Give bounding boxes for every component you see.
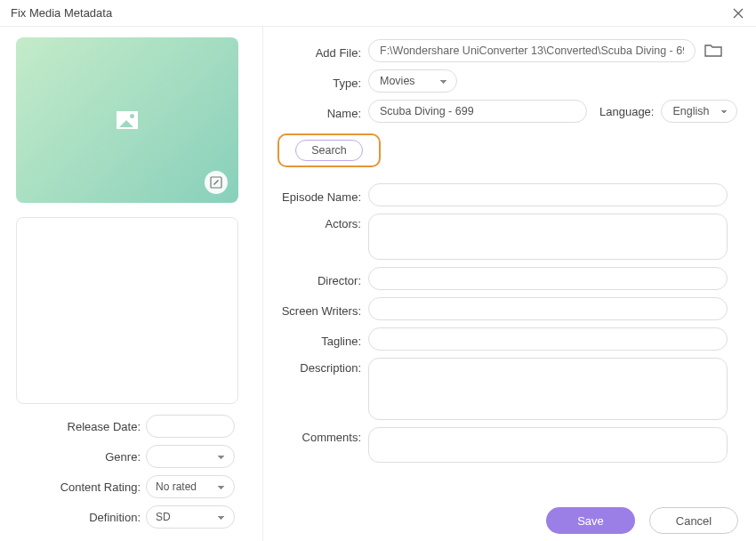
image-placeholder-icon	[117, 111, 138, 129]
comments-input[interactable]	[368, 427, 728, 463]
description-input[interactable]	[368, 358, 728, 420]
name-input[interactable]	[368, 100, 587, 123]
save-button[interactable]: Save	[546, 507, 635, 534]
description-label: Description:	[270, 358, 368, 375]
content-rating-label: Content Rating:	[16, 480, 146, 494]
language-label: Language:	[599, 105, 654, 118]
screen-writers-input[interactable]	[368, 297, 728, 320]
search-highlight: Search	[277, 133, 381, 167]
left-pane: Release Date: Genre: Content Rating: No …	[0, 27, 263, 541]
type-label: Type:	[270, 73, 368, 90]
name-label: Name:	[270, 103, 368, 120]
comments-label: Comments:	[270, 427, 368, 444]
right-pane: Add File: Type: Movies Name: Language: E…	[263, 27, 756, 541]
add-file-label: Add File:	[270, 43, 368, 60]
cancel-button[interactable]: Cancel	[649, 507, 738, 534]
episode-name-label: Episode Name:	[270, 187, 368, 204]
browse-folder-icon[interactable]	[704, 43, 722, 59]
release-date-input[interactable]	[146, 415, 235, 438]
definition-select[interactable]: SD	[146, 505, 235, 529]
screen-writers-label: Screen Writers:	[270, 301, 368, 318]
genre-select[interactable]	[146, 445, 235, 468]
definition-label: Definition:	[16, 511, 146, 524]
titlebar: Fix Media Metadata	[0, 0, 756, 27]
tagline-label: Tagline:	[270, 331, 368, 348]
language-select[interactable]: English	[661, 100, 737, 123]
type-select[interactable]: Movies	[368, 69, 457, 93]
edit-cover-button[interactable]	[205, 171, 228, 194]
window-title: Fix Media Metadata	[11, 6, 112, 20]
tagline-input[interactable]	[368, 327, 728, 351]
release-date-label: Release Date:	[16, 420, 146, 433]
file-path-input[interactable]	[368, 39, 696, 62]
actors-label: Actors:	[270, 214, 368, 230]
director-label: Director:	[270, 270, 368, 287]
actors-input[interactable]	[368, 214, 728, 260]
genre-label: Genre:	[16, 450, 146, 464]
episode-name-input[interactable]	[368, 183, 728, 206]
director-input[interactable]	[368, 267, 728, 290]
cover-thumbnail	[16, 37, 238, 203]
content-rating-select[interactable]: No rated	[146, 475, 235, 498]
info-panel	[16, 217, 238, 404]
close-icon[interactable]	[731, 6, 745, 20]
search-button[interactable]: Search	[295, 140, 363, 161]
